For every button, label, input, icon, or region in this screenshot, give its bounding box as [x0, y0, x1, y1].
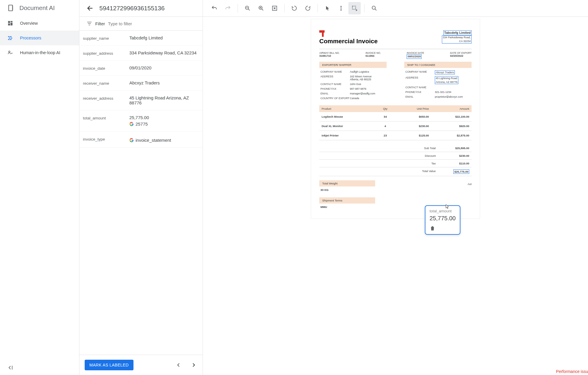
- field-name: invoice_type: [83, 136, 125, 141]
- field-name: invoice_date: [83, 65, 125, 71]
- undo-button[interactable]: [208, 2, 220, 14]
- meta-item: INVOICE NO.611994: [365, 51, 381, 59]
- app-title: Document AI: [19, 4, 55, 11]
- annotated-value[interactable]: 45 Lightning RoadArizona, AZ 88776: [435, 76, 458, 84]
- filter-icon: [86, 21, 92, 26]
- svg-point-11: [9, 51, 10, 52]
- fields-list: supplier_nameTabcdefg Limitedsupplier_ad…: [79, 31, 203, 355]
- field-value: Tabcdefg Limited: [129, 35, 199, 40]
- weight-value: 33 KG: [319, 186, 375, 193]
- svg-rect-1: [8, 21, 10, 23]
- field-row[interactable]: receiver_address45 Lightning Road Arizon…: [79, 91, 203, 110]
- field-value: invoice_statement: [129, 136, 199, 143]
- annotated-value[interactable]: 09/01/2020: [407, 54, 422, 59]
- annotated-total[interactable]: $25,775.00: [453, 169, 469, 174]
- svg-rect-4: [8, 24, 10, 26]
- box-select-tool-button[interactable]: [348, 2, 361, 14]
- document-id: 5941272996936155136: [99, 5, 165, 12]
- next-button[interactable]: [190, 361, 197, 369]
- fields-header: 5941272996936155136: [79, 0, 203, 17]
- field-row[interactable]: receiver_nameAbcxyz Traders: [79, 76, 203, 91]
- total-row: Total Value$25,775.00: [319, 167, 472, 176]
- info-row: CONTACT NAMEJohn Doe: [319, 82, 387, 86]
- invoice-title: Commercial Invoice: [319, 38, 377, 45]
- sidebar-item-processors[interactable]: Processors: [0, 31, 79, 45]
- annotation-popover[interactable]: total_amount 25,775.00: [425, 205, 460, 235]
- zoom-out-button[interactable]: [241, 2, 254, 14]
- zoom-in-button[interactable]: [255, 2, 267, 14]
- field-name: receiver_address: [83, 95, 125, 101]
- svg-rect-3: [11, 23, 13, 25]
- filter-input[interactable]: [108, 21, 196, 26]
- filter-label: Filter: [95, 21, 105, 26]
- field-name: supplier_address: [83, 50, 125, 56]
- toolbar-separator: [238, 4, 238, 12]
- svg-rect-5: [8, 36, 10, 37]
- sidebar-header: Document AI: [0, 0, 79, 16]
- mark-labeled-button[interactable]: MARK AS LABELED: [85, 360, 133, 370]
- info-row: COMPANY NAMEAbcxyz Traders: [404, 69, 472, 76]
- redo-button[interactable]: [222, 2, 234, 14]
- field-name: receiver_name: [83, 80, 125, 86]
- info-row: ADDRESS45 Lightning RoadArizona, AZ 8877…: [404, 75, 472, 85]
- rotate-right-button[interactable]: [302, 2, 314, 14]
- svg-rect-6: [10, 36, 11, 37]
- fit-screen-button[interactable]: [268, 2, 281, 14]
- svg-rect-0: [9, 5, 12, 11]
- terms-header: Shipment Terms: [319, 197, 375, 204]
- back-button[interactable]: [86, 4, 94, 12]
- performance-issue-link[interactable]: Performance issu: [556, 369, 588, 374]
- svg-point-16: [372, 6, 375, 9]
- exporter-header: EXPORTER/ SHIPPER: [319, 62, 387, 68]
- info-row: COUNTRY OF EXPORTCanada: [319, 96, 387, 101]
- field-row[interactable]: total_amount25,775.0025775: [79, 110, 203, 131]
- annotated-value[interactable]: Abcxyz Traders: [435, 70, 455, 75]
- field-name: supplier_name: [83, 35, 125, 41]
- viewer-toolbar: [203, 0, 588, 17]
- info-row: PHONE/ FAX987-987-9876: [319, 86, 387, 91]
- table-header: Unit Price: [395, 105, 431, 112]
- meta-item: INVOICE DATE09/01/2020: [407, 51, 424, 59]
- prev-button[interactable]: [175, 361, 182, 369]
- text-cursor-tool-button[interactable]: [335, 2, 347, 14]
- weight-header: Total Weight: [319, 180, 375, 186]
- table-header: Amount: [431, 105, 472, 112]
- search-button[interactable]: [368, 2, 380, 14]
- pointer-tool-button[interactable]: [321, 2, 334, 14]
- svg-rect-15: [353, 6, 356, 9]
- auth-label: Aut: [467, 176, 472, 210]
- rotate-left-button[interactable]: [288, 2, 300, 14]
- delete-annotation-button[interactable]: [430, 225, 456, 231]
- sidebar-footer: [0, 360, 79, 375]
- info-row: ADDRESS162 Mixen AvenueAlberta, AB 88225: [319, 74, 387, 82]
- info-row: COMPANY NAMEAsdfgh Logistics: [319, 69, 387, 74]
- field-row[interactable]: supplier_address334 Parksideway Road, CA…: [79, 46, 203, 61]
- popover-label: total_amount: [430, 209, 456, 213]
- sidebar: Document AI Overview Processors Human-in…: [0, 0, 79, 375]
- field-row[interactable]: invoice_typeinvoice_statement: [79, 131, 203, 148]
- field-row[interactable]: invoice_date09/01/2020: [79, 61, 203, 76]
- sidebar-item-overview[interactable]: Overview: [0, 16, 79, 31]
- table-row: Logitech Mouse34$650.00$22,100.00: [319, 112, 472, 121]
- field-value: 25,775.0025775: [129, 115, 199, 126]
- supplier-name-box[interactable]: Tabcdefg Limited: [443, 30, 472, 35]
- document-ai-logo-icon: [7, 4, 15, 12]
- document-canvas[interactable]: Commercial Invoice Tabcdefg Limited 334 …: [203, 17, 588, 375]
- total-row: Tax$110.00: [319, 160, 472, 167]
- field-row[interactable]: supplier_nameTabcdefg Limited: [79, 31, 203, 46]
- svg-rect-8: [11, 38, 12, 39]
- sidebar-item-label: Human-in-the-loop AI: [20, 50, 60, 55]
- fields-panel: 5941272996936155136 Filter supplier_name…: [79, 0, 203, 375]
- document-page: Commercial Invoice Tabcdefg Limited 334 …: [311, 19, 480, 219]
- svg-rect-9: [8, 39, 10, 40]
- shipto-header: SHIP TO / COSIGNEE: [404, 62, 472, 68]
- total-row: Discount$230.00: [319, 152, 472, 160]
- info-row: PHONE/ FAX321-321-1234: [404, 90, 472, 94]
- collapse-sidebar-icon[interactable]: [7, 364, 72, 371]
- info-row: EMAILproprietor@abcxyz.com: [404, 94, 472, 99]
- table-header: Qty: [375, 105, 395, 112]
- fields-footer: MARK AS LABELED: [79, 355, 203, 375]
- supplier-address-box[interactable]: 334 Parksideway Road, CA 32234: [442, 35, 472, 43]
- pager: [175, 361, 197, 369]
- sidebar-item-hitl[interactable]: Human-in-the-loop AI: [0, 45, 79, 60]
